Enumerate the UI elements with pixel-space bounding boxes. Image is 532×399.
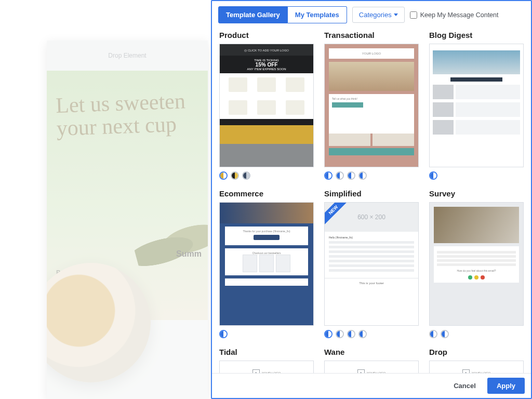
- email-editor-canvas: Drop Element Let us sweeten your next cu…: [47, 41, 208, 399]
- template-thumb[interactable]: NEW 600 × 200 Hello {!firstname_fix} Thi…: [324, 202, 419, 326]
- swatch[interactable]: [358, 330, 367, 338]
- swatch[interactable]: [324, 171, 332, 180]
- swatch[interactable]: [347, 330, 355, 338]
- button-label: Cancel: [454, 382, 476, 390]
- swatch[interactable]: [336, 330, 344, 338]
- tab-my-templates[interactable]: My Templates: [288, 6, 347, 23]
- swatch[interactable]: [358, 171, 367, 180]
- thumb-body: Hello {!firstname_fix}: [325, 232, 418, 278]
- template-thumb[interactable]: ▲YOUR LOGO Hi {!firstname_fix},: [219, 361, 314, 373]
- tab-label: My Templates: [295, 11, 339, 19]
- color-swatches: [324, 171, 419, 180]
- thumb-hero: [434, 207, 519, 243]
- template-card-wane: Wane ▲YOUR LOGO: [324, 348, 419, 373]
- swatch[interactable]: [219, 171, 228, 180]
- button-label: Apply: [497, 382, 515, 390]
- thumb-logo: ▲YOUR LOGO: [330, 369, 413, 373]
- template-thumb[interactable]: [429, 44, 524, 167]
- template-thumb[interactable]: ▲YOUR LOGO: [324, 361, 419, 373]
- thumb-product-row: [220, 96, 313, 119]
- chevron-down-icon: [394, 14, 398, 16]
- template-title: Transactional: [324, 31, 419, 39]
- cancel-button[interactable]: Cancel: [446, 378, 483, 394]
- hero-headline: Let us sweeten your next cup: [56, 89, 204, 140]
- swatch[interactable]: [336, 171, 344, 180]
- thumb-cta: [332, 102, 363, 108]
- template-card-blog-digest: Blog Digest: [429, 31, 524, 180]
- thumb-card: Checkout our bestsellers: [225, 248, 308, 275]
- thumb-logo: ▲YOUR LOGO: [225, 369, 308, 373]
- thumb-logo: YOUR LOGO: [329, 48, 414, 59]
- template-title: Simplified: [324, 189, 419, 198]
- image-icon: ▲: [462, 369, 470, 373]
- thumb-social: [225, 278, 308, 286]
- template-title: Product: [219, 31, 314, 39]
- thumb-logo-text: YOUR LOGO: [362, 52, 381, 55]
- image-icon: ▲: [357, 369, 365, 373]
- template-thumb[interactable]: ▲YOUR LOGO: [429, 361, 524, 373]
- thumb-cta: [254, 235, 280, 240]
- thumb-article: [433, 120, 520, 135]
- template-card-ecommerce: Ecommerce Thanks for your purchase {!fir…: [219, 189, 314, 338]
- thumb-heading: [450, 77, 503, 82]
- template-card-tidal: Tidal ▲YOUR LOGO Hi {!firstname_fix},: [219, 348, 314, 373]
- template-thumb[interactable]: YOUR LOGO Tell us what you think!: [324, 44, 419, 167]
- categories-dropdown[interactable]: Categories: [352, 7, 405, 23]
- swatch[interactable]: [231, 171, 239, 180]
- thumb-icon-row: [220, 73, 313, 96]
- thumb-logo: ▲YOUR LOGO: [435, 369, 518, 373]
- template-grid: Product ◎ CLICK TO ADD YOUR LOGO TIME IS…: [219, 31, 524, 373]
- drop-element-placeholder[interactable]: Drop Element: [47, 41, 208, 71]
- thumb-footer: This is your footer: [325, 278, 418, 288]
- thumb-sub: ANY ITEM EXPIRES SOON: [247, 68, 286, 71]
- swatch[interactable]: [441, 330, 449, 338]
- thumb-offer-band: TIME IS TICKING 15% OFF ANY ITEM EXPIRES…: [220, 56, 313, 73]
- template-card-simplified: Simplified NEW 600 × 200 Hello {!firstna…: [324, 189, 419, 338]
- template-thumb[interactable]: ◎ CLICK TO ADD YOUR LOGO TIME IS TICKING…: [219, 44, 314, 167]
- thumb-products: [228, 255, 305, 272]
- template-thumb[interactable]: How do you feel about this email?: [429, 202, 524, 326]
- keep-content-checkbox[interactable]: [410, 11, 417, 19]
- swatch[interactable]: [219, 330, 228, 338]
- color-swatches: [429, 171, 524, 180]
- template-thumb[interactable]: Thanks for your purchase {!firstname_fix…: [219, 202, 314, 326]
- thumb-logo-text: YOUR LOGO: [472, 371, 490, 373]
- thumb-img-row: [329, 134, 414, 146]
- image-icon: ▲: [252, 369, 260, 373]
- thumb-article: [433, 102, 520, 117]
- hero-block: Let us sweeten your next cup BUSY BEE IN…: [47, 71, 208, 320]
- thumb-heading: Tell us what you think!: [332, 97, 411, 100]
- template-card-transactional: Transactional YOUR LOGO Tell us what you…: [324, 31, 419, 180]
- drop-element-label: Drop Element: [108, 52, 146, 59]
- keep-content-label: Keep My Message Content: [420, 11, 499, 19]
- swatch[interactable]: [347, 171, 355, 180]
- template-title: Blog Digest: [429, 31, 524, 39]
- thumb-footer: [220, 125, 313, 144]
- thumb-card: How do you feel about this email?: [434, 246, 519, 283]
- color-swatches: [219, 171, 314, 180]
- modal-header: Template Gallery My Templates Categories…: [212, 1, 531, 28]
- thumb-shipping-bar: [220, 119, 313, 125]
- thumb-rating: [437, 275, 516, 280]
- thumb-logo-bar: ◎ CLICK TO ADD YOUR LOGO: [220, 44, 313, 56]
- swatch[interactable]: [429, 171, 437, 180]
- tab-template-gallery[interactable]: Template Gallery: [218, 6, 288, 23]
- swatch[interactable]: [324, 330, 332, 338]
- thumb-hero: [433, 50, 520, 74]
- hero-decor: [131, 217, 208, 278]
- thumb-hello: Hello {!firstname_fix}: [329, 236, 414, 239]
- section-teaser: Summ: [176, 249, 202, 259]
- template-grid-scroll[interactable]: Product ◎ CLICK TO ADD YOUR LOGO TIME IS…: [212, 28, 531, 373]
- color-swatches: [429, 330, 524, 338]
- thumb-hero: [329, 62, 414, 91]
- thumb-offer: 15% OFF: [256, 62, 278, 68]
- thumb-question: How do you feel about this email?: [437, 269, 516, 272]
- swatch[interactable]: [429, 330, 437, 338]
- swatch[interactable]: [242, 171, 250, 180]
- template-title: Ecommerce: [219, 189, 314, 198]
- keep-content-toggle[interactable]: Keep My Message Content: [410, 11, 499, 19]
- apply-button[interactable]: Apply: [487, 378, 525, 394]
- thumb-logo-text: YOUR LOGO: [367, 371, 385, 373]
- thumb-article: [433, 85, 520, 99]
- tab-label: Template Gallery: [226, 11, 280, 19]
